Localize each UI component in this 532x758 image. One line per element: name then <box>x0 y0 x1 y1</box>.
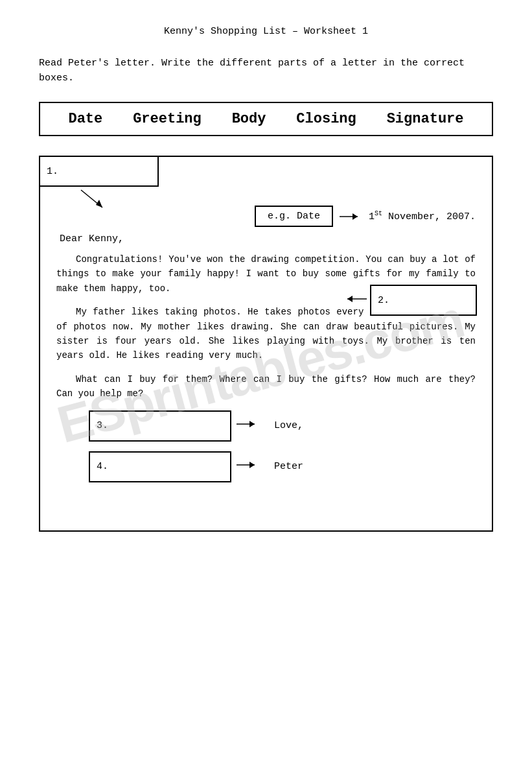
item1-number: 1. <box>47 166 58 177</box>
box3-row: 3. Love, <box>56 410 476 442</box>
item2-number: 2. <box>378 295 389 306</box>
eg-date-label: e.g. Date <box>268 211 320 222</box>
page-title: Kenny's Shopping List – Worksheet 1 <box>39 26 493 37</box>
signature-text: Peter <box>274 461 303 472</box>
eg-date-box[interactable]: e.g. Date <box>255 206 333 227</box>
body-para3: What can I buy for them? Where can I buy… <box>56 372 476 401</box>
svg-marker-9 <box>249 462 255 468</box>
letter-parts-header: Date Greeting Body Closing Signature <box>39 102 493 136</box>
header-greeting: Greeting <box>133 111 202 127</box>
box2-arrow <box>341 293 367 308</box>
date-value: 1St November, 2007. <box>369 210 476 222</box>
box3-arrow <box>237 418 259 433</box>
item3-box[interactable]: 3. <box>89 410 231 442</box>
svg-marker-3 <box>353 213 358 220</box>
outer-letter-area: 1. e.g. Date <box>39 156 493 532</box>
item1-arrow <box>78 187 110 213</box>
item1-box[interactable]: 1. <box>39 156 159 187</box>
header-signature: Signature <box>387 111 464 127</box>
date-number: 1 <box>369 211 375 222</box>
eg-date-arrow <box>340 211 362 222</box>
closing-text: Love, <box>274 420 303 431</box>
item4-box[interactable]: 4. <box>89 451 231 482</box>
letter-greeting: Dear Kenny, <box>56 233 476 244</box>
date-superscript: St <box>375 210 382 217</box>
item1-outer-box: 1. <box>39 156 159 187</box>
box4-arrow <box>237 459 259 474</box>
svg-marker-5 <box>347 296 353 302</box>
item2-box[interactable]: 2. <box>370 285 477 316</box>
header-closing: Closing <box>296 111 356 127</box>
box2-container: 2. <box>341 285 477 316</box>
svg-marker-7 <box>249 421 255 427</box>
body-para1-area: Congratulations! You've won the drawing … <box>56 252 476 296</box>
item4-number: 4. <box>97 461 108 472</box>
header-date: Date <box>68 111 102 127</box>
header-body: Body <box>232 111 266 127</box>
instructions: Read Peter's letter. Write the different… <box>39 56 493 86</box>
page: Kenny's Shopping List – Worksheet 1 Read… <box>0 0 532 758</box>
svg-marker-1 <box>96 200 102 207</box>
date-rest: November, 2007. <box>382 211 476 222</box>
item3-number: 3. <box>97 420 108 431</box>
box4-row: 4. Peter <box>56 451 476 482</box>
